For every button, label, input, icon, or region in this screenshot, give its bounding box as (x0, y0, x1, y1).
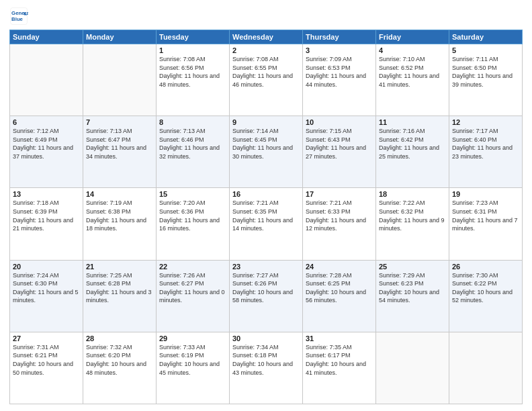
calendar-cell: 11Sunrise: 7:16 AMSunset: 6:42 PMDayligh… (376, 116, 449, 188)
day-info: Sunrise: 7:23 AMSunset: 6:31 PMDaylight:… (452, 199, 519, 232)
day-number: 29 (159, 334, 226, 342)
day-info: Sunrise: 7:24 AMSunset: 6:30 PMDaylight:… (13, 271, 80, 305)
weekday-header-saturday: Saturday (449, 30, 523, 44)
day-info: Sunrise: 7:18 AMSunset: 6:39 PMDaylight:… (13, 199, 80, 232)
day-info: Sunrise: 7:26 AMSunset: 6:27 PMDaylight:… (159, 271, 226, 305)
calendar-cell: 1Sunrise: 7:08 AMSunset: 6:56 PMDaylight… (157, 44, 230, 116)
calendar-cell (449, 332, 523, 404)
calendar-cell: 25Sunrise: 7:29 AMSunset: 6:23 PMDayligh… (376, 260, 449, 332)
day-info: Sunrise: 7:21 AMSunset: 6:33 PMDaylight:… (306, 199, 373, 232)
day-info: Sunrise: 7:09 AMSunset: 6:53 PMDaylight:… (306, 55, 373, 89)
day-number: 3 (306, 46, 373, 54)
weekday-header-thursday: Thursday (303, 30, 376, 44)
day-info: Sunrise: 7:13 AMSunset: 6:47 PMDaylight:… (86, 127, 153, 161)
calendar-cell: 24Sunrise: 7:28 AMSunset: 6:25 PMDayligh… (303, 260, 376, 332)
day-number: 16 (232, 190, 300, 198)
calendar-cell: 29Sunrise: 7:33 AMSunset: 6:19 PMDayligh… (157, 332, 230, 404)
day-info: Sunrise: 7:33 AMSunset: 6:19 PMDaylight:… (159, 343, 226, 377)
day-number: 1 (159, 46, 226, 54)
day-info: Sunrise: 7:25 AMSunset: 6:28 PMDaylight:… (86, 271, 153, 305)
weekday-header-wednesday: Wednesday (230, 30, 303, 44)
day-number: 31 (306, 334, 373, 342)
calendar-cell: 9Sunrise: 7:14 AMSunset: 6:45 PMDaylight… (230, 116, 303, 188)
day-number: 6 (13, 118, 80, 126)
day-number: 14 (86, 190, 153, 198)
calendar-cell (10, 44, 83, 116)
day-number: 12 (452, 118, 519, 126)
day-info: Sunrise: 7:30 AMSunset: 6:22 PMDaylight:… (452, 271, 519, 305)
day-info: Sunrise: 7:27 AMSunset: 6:26 PMDaylight:… (232, 271, 300, 305)
calendar-cell: 18Sunrise: 7:22 AMSunset: 6:32 PMDayligh… (376, 188, 449, 260)
day-number: 8 (159, 118, 226, 126)
day-info: Sunrise: 7:35 AMSunset: 6:17 PMDaylight:… (306, 343, 373, 377)
calendar-cell: 20Sunrise: 7:24 AMSunset: 6:30 PMDayligh… (10, 260, 83, 332)
day-number: 15 (159, 190, 226, 198)
day-number: 26 (452, 263, 519, 271)
day-number: 25 (379, 263, 446, 271)
calendar-cell: 8Sunrise: 7:13 AMSunset: 6:46 PMDaylight… (157, 116, 230, 188)
calendar-week-4: 20Sunrise: 7:24 AMSunset: 6:30 PMDayligh… (10, 260, 523, 332)
calendar-table: SundayMondayTuesdayWednesdayThursdayFrid… (9, 30, 523, 404)
svg-text:Blue: Blue (11, 16, 24, 22)
day-info: Sunrise: 7:29 AMSunset: 6:23 PMDaylight:… (379, 271, 446, 305)
day-info: Sunrise: 7:12 AMSunset: 6:49 PMDaylight:… (13, 127, 80, 161)
day-info: Sunrise: 7:10 AMSunset: 6:52 PMDaylight:… (379, 55, 446, 89)
calendar-cell: 13Sunrise: 7:18 AMSunset: 6:39 PMDayligh… (10, 188, 83, 260)
calendar-cell: 6Sunrise: 7:12 AMSunset: 6:49 PMDaylight… (10, 116, 83, 188)
logo: General Blue (9, 7, 31, 26)
day-info: Sunrise: 7:19 AMSunset: 6:38 PMDaylight:… (86, 199, 153, 232)
day-info: Sunrise: 7:14 AMSunset: 6:45 PMDaylight:… (232, 127, 300, 161)
day-number: 13 (13, 190, 80, 198)
calendar-cell: 16Sunrise: 7:21 AMSunset: 6:35 PMDayligh… (230, 188, 303, 260)
calendar-cell: 27Sunrise: 7:31 AMSunset: 6:21 PMDayligh… (10, 332, 83, 404)
calendar-week-2: 6Sunrise: 7:12 AMSunset: 6:49 PMDaylight… (10, 116, 523, 188)
day-number: 28 (86, 334, 153, 342)
day-info: Sunrise: 7:32 AMSunset: 6:20 PMDaylight:… (86, 343, 153, 377)
day-number: 22 (159, 263, 226, 271)
weekday-header-sunday: Sunday (10, 30, 83, 44)
calendar-cell: 31Sunrise: 7:35 AMSunset: 6:17 PMDayligh… (303, 332, 376, 404)
calendar-cell: 21Sunrise: 7:25 AMSunset: 6:28 PMDayligh… (83, 260, 157, 332)
day-info: Sunrise: 7:08 AMSunset: 6:56 PMDaylight:… (159, 55, 226, 89)
day-info: Sunrise: 7:11 AMSunset: 6:50 PMDaylight:… (452, 55, 519, 89)
calendar-cell: 22Sunrise: 7:26 AMSunset: 6:27 PMDayligh… (157, 260, 230, 332)
day-info: Sunrise: 7:15 AMSunset: 6:43 PMDaylight:… (306, 127, 373, 161)
day-info: Sunrise: 7:31 AMSunset: 6:21 PMDaylight:… (13, 343, 80, 377)
day-info: Sunrise: 7:17 AMSunset: 6:40 PMDaylight:… (452, 127, 519, 161)
calendar-cell: 26Sunrise: 7:30 AMSunset: 6:22 PMDayligh… (449, 260, 523, 332)
calendar-cell: 12Sunrise: 7:17 AMSunset: 6:40 PMDayligh… (449, 116, 523, 188)
day-number: 21 (86, 263, 153, 271)
calendar-week-5: 27Sunrise: 7:31 AMSunset: 6:21 PMDayligh… (10, 332, 523, 404)
calendar-header-row: SundayMondayTuesdayWednesdayThursdayFrid… (10, 30, 523, 44)
calendar-cell: 19Sunrise: 7:23 AMSunset: 6:31 PMDayligh… (449, 188, 523, 260)
calendar-cell (83, 44, 157, 116)
calendar-cell: 2Sunrise: 7:08 AMSunset: 6:55 PMDaylight… (230, 44, 303, 116)
day-number: 7 (86, 118, 153, 126)
logo-icon: General Blue (9, 7, 28, 26)
weekday-header-monday: Monday (83, 30, 157, 44)
day-info: Sunrise: 7:22 AMSunset: 6:32 PMDaylight:… (379, 199, 446, 232)
calendar-week-1: 1Sunrise: 7:08 AMSunset: 6:56 PMDaylight… (10, 44, 523, 116)
day-number: 10 (306, 118, 373, 126)
calendar-cell: 4Sunrise: 7:10 AMSunset: 6:52 PMDaylight… (376, 44, 449, 116)
page: General Blue SundayMondayTuesdayWednesda… (0, 0, 532, 411)
day-info: Sunrise: 7:34 AMSunset: 6:18 PMDaylight:… (232, 343, 300, 377)
day-info: Sunrise: 7:13 AMSunset: 6:46 PMDaylight:… (159, 127, 226, 161)
day-number: 19 (452, 190, 519, 198)
weekday-header-friday: Friday (376, 30, 449, 44)
weekday-header-tuesday: Tuesday (157, 30, 230, 44)
calendar-cell: 23Sunrise: 7:27 AMSunset: 6:26 PMDayligh… (230, 260, 303, 332)
day-number: 20 (13, 263, 80, 271)
calendar-cell: 30Sunrise: 7:34 AMSunset: 6:18 PMDayligh… (230, 332, 303, 404)
calendar-cell: 14Sunrise: 7:19 AMSunset: 6:38 PMDayligh… (83, 188, 157, 260)
day-number: 17 (306, 190, 373, 198)
day-info: Sunrise: 7:28 AMSunset: 6:25 PMDaylight:… (306, 271, 373, 305)
calendar-cell: 7Sunrise: 7:13 AMSunset: 6:47 PMDaylight… (83, 116, 157, 188)
calendar-cell: 3Sunrise: 7:09 AMSunset: 6:53 PMDaylight… (303, 44, 376, 116)
calendar-cell: 5Sunrise: 7:11 AMSunset: 6:50 PMDaylight… (449, 44, 523, 116)
day-info: Sunrise: 7:21 AMSunset: 6:35 PMDaylight:… (232, 199, 300, 232)
day-number: 23 (232, 263, 300, 271)
calendar-cell: 17Sunrise: 7:21 AMSunset: 6:33 PMDayligh… (303, 188, 376, 260)
day-number: 2 (232, 46, 300, 54)
day-number: 4 (379, 46, 446, 54)
